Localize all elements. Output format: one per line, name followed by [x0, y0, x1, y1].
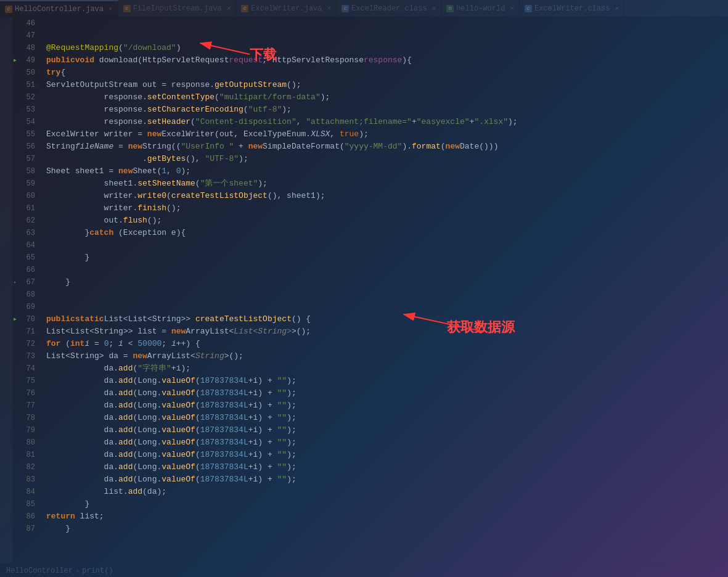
code-line-47 [40, 30, 728, 42]
code-line-71: List<List<String>> list = new ArrayList<… [40, 325, 728, 338]
editor-container: c HelloController.java × c FileInputStre… [0, 0, 728, 577]
code-line-56: String fileName = new String(("UserInfo … [40, 141, 728, 153]
line-number-65: 65 [12, 252, 40, 264]
line-number-77: 77 [12, 399, 40, 412]
code-area: 4647484950515253545556575859606162636465… [0, 17, 728, 563]
line-number-74: 74 [12, 362, 40, 375]
code-line-67: } [40, 276, 728, 288]
code-line-87: } [40, 523, 728, 535]
code-line-61: writer.finish(); [40, 202, 728, 215]
code-line-52: response.setContentType("multipart/form-… [40, 91, 728, 104]
code-line-81: da.add(Long.valueOf(187837834L+i) + ""); [40, 449, 728, 461]
line-number-62: 62 [12, 215, 40, 227]
line-number-64: 64 [12, 239, 40, 252]
line-number-52: 52 [12, 91, 40, 104]
code-line-48: @RequestMapping("/download") [40, 42, 728, 54]
line-number-54: 54 [12, 116, 40, 128]
line-number-85: 85 [12, 498, 40, 510]
line-number-72: 72 [12, 338, 40, 350]
code-line-72: for (int i = 0; i < 50000; i++) { [40, 338, 728, 350]
line-number-78: 78 [12, 412, 40, 424]
line-number-70: 70 [12, 313, 40, 325]
code-line-58: Sheet sheet1 = new Sheet(1, 0); [40, 165, 728, 178]
code-line-63: }catch (Exception e){ [40, 227, 728, 239]
line-number-80: 80 [12, 436, 40, 449]
code-line-77: da.add(Long.valueOf(187837834L+i) + ""); [40, 399, 728, 412]
line-number-69: 69 [12, 301, 40, 313]
line-number-63: 63 [12, 227, 40, 239]
line-number-50: 50 [12, 67, 40, 79]
code-line-75: da.add(Long.valueOf(187837834L+i) + ""); [40, 375, 728, 387]
code-line-55: ExcelWriter writer = new ExcelWriter(out… [40, 128, 728, 141]
code-line-64 [40, 239, 728, 252]
code-line-60: writer.write0(createTestListObject(), sh… [40, 190, 728, 202]
line-number-73: 73 [12, 350, 40, 362]
line-number-71: 71 [12, 325, 40, 338]
code-line-59: sheet1.setSheetName("第一个sheet"); [40, 178, 728, 190]
line-number-56: 56 [12, 141, 40, 153]
line-number-76: 76 [12, 387, 40, 399]
line-number-46: 46 [12, 17, 40, 30]
code-line-65: } [40, 252, 728, 264]
code-line-68 [40, 288, 728, 301]
code-line-83: da.add(Long.valueOf(187837834L+i) + ""); [40, 473, 728, 486]
line-number-51: 51 [12, 79, 40, 91]
line-number-47: 47 [12, 30, 40, 42]
code-line-78: da.add(Long.valueOf(187837834L+i) + ""); [40, 412, 728, 424]
code-line-54: response.setHeader("Content-disposition"… [40, 116, 728, 128]
code-line-50: try{ [40, 67, 728, 79]
line-number-49: 49 [12, 54, 40, 67]
code-line-80: da.add(Long.valueOf(187837834L+i) + ""); [40, 436, 728, 449]
code-line-57: .getBytes(), "UTF-8"); [40, 153, 728, 165]
line-number-87: 87 [12, 523, 40, 535]
line-number-53: 53 [12, 104, 40, 116]
line-number-59: 59 [12, 178, 40, 190]
line-number-79: 79 [12, 424, 40, 436]
line-number-67: 67 [12, 276, 40, 288]
line-number-75: 75 [12, 375, 40, 387]
line-number-66: 66 [12, 264, 40, 276]
code-line-70: public static List<List<String>> createT… [40, 313, 728, 325]
code-line-46 [40, 17, 728, 30]
code-line-66 [40, 264, 728, 276]
line-number-82: 82 [12, 461, 40, 473]
code-line-79: da.add(Long.valueOf(187837834L+i) + ""); [40, 424, 728, 436]
line-number-86: 86 [12, 510, 40, 523]
line-number-81: 81 [12, 449, 40, 461]
code-line-86: return list; [40, 510, 728, 523]
code-line-82: da.add(Long.valueOf(187837834L+i) + ""); [40, 461, 728, 473]
code-line-49: public void download(HttpServletRequest … [40, 54, 728, 67]
line-numbers: 4647484950515253545556575859606162636465… [12, 17, 40, 563]
code-line-69 [40, 301, 728, 313]
code-line-73: List<String> da = new ArrayList<String>(… [40, 350, 728, 362]
line-number-84: 84 [12, 486, 40, 498]
line-number-60: 60 [12, 190, 40, 202]
line-number-55: 55 [12, 128, 40, 141]
code-line-62: out.flush(); [40, 215, 728, 227]
code-line-84: list.add(da); [40, 486, 728, 498]
line-number-83: 83 [12, 473, 40, 486]
code-line-74: da.add("字符串"+i); [40, 362, 728, 375]
code-line-51: ServletOutputStream out = response.getOu… [40, 79, 728, 91]
line-number-48: 48 [12, 42, 40, 54]
line-number-57: 57 [12, 153, 40, 165]
code-line-85: } [40, 498, 728, 510]
code-lines: @RequestMapping("/download") public void… [40, 17, 728, 535]
code-line-76: da.add(Long.valueOf(187837834L+i) + ""); [40, 387, 728, 399]
code-line-53: response.setCharacterEncoding("utf-8"); [40, 104, 728, 116]
code-content[interactable]: 下载 获取数据源 [40, 17, 728, 563]
line-number-68: 68 [12, 288, 40, 301]
line-number-61: 61 [12, 202, 40, 215]
line-number-58: 58 [12, 165, 40, 178]
